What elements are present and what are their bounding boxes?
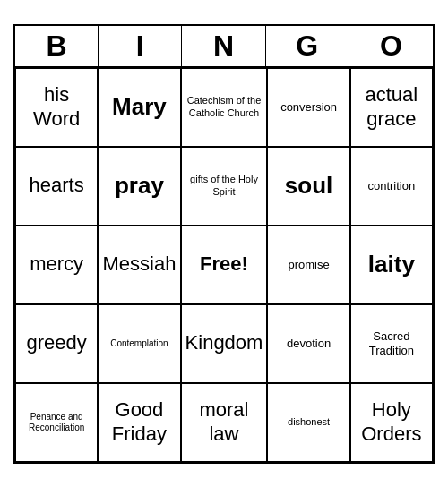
cell-r4-c1: Good Friday (98, 383, 180, 462)
header-g: G (266, 26, 349, 66)
cell-r4-c4: Holy Orders (350, 383, 433, 462)
cell-r3-c3: devotion (267, 304, 349, 383)
cell-r2-c1: Messiah (98, 226, 180, 304)
cell-r1-c2: gifts of the Holy Spirit (181, 147, 268, 226)
header-b: B (15, 26, 99, 66)
cell-r4-c2: moral law (181, 383, 268, 462)
bingo-grid: his WordMaryCatechism of the Catholic Ch… (15, 68, 433, 462)
cell-r3-c1: Contemplation (98, 304, 180, 383)
cell-r1-c4: contrition (350, 147, 433, 226)
cell-r2-c4: laity (350, 226, 433, 304)
cell-r1-c0: hearts (15, 147, 98, 226)
cell-r0-c2: Catechism of the Catholic Church (181, 68, 268, 147)
cell-r4-c3: dishonest (267, 383, 349, 462)
header-n: N (182, 26, 265, 66)
cell-r1-c1: pray (98, 147, 180, 226)
cell-r3-c2: Kingdom (181, 304, 268, 383)
cell-r2-c0: mercy (15, 226, 98, 304)
cell-r2-c3: promise (267, 226, 349, 304)
header-i: I (99, 26, 182, 66)
cell-r0-c0: his Word (15, 68, 98, 147)
bingo-card: B I N G O his WordMaryCatechism of the C… (13, 24, 435, 464)
cell-r2-c2: Free! (181, 226, 268, 304)
cell-r4-c0: Penance and Reconciliation (15, 383, 98, 462)
cell-r0-c3: conversion (267, 68, 349, 147)
header-o: O (349, 26, 433, 66)
cell-r3-c0: greedy (15, 304, 98, 383)
cell-r1-c3: soul (267, 147, 349, 226)
cell-r0-c4: actual grace (350, 68, 433, 147)
bingo-header: B I N G O (15, 26, 433, 68)
cell-r0-c1: Mary (98, 68, 180, 147)
cell-r3-c4: Sacred Tradition (350, 304, 433, 383)
